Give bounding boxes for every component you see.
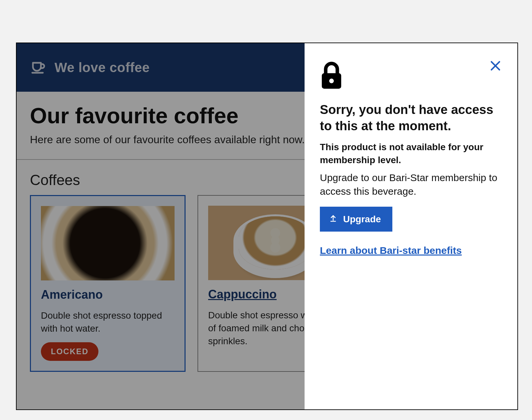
drawer-body: Upgrade to our Bari-Star membership to a… (320, 171, 502, 198)
app-window: We love coffee Our favourite coffee Here… (16, 43, 518, 410)
close-button[interactable] (489, 60, 501, 72)
access-denied-drawer: Sorry, you don't have access to this at … (305, 43, 517, 409)
drawer-subheading: This product is not available for your m… (320, 141, 502, 166)
upload-icon (329, 213, 337, 225)
close-icon (489, 67, 501, 73)
svg-point-4 (329, 79, 334, 83)
upgrade-button[interactable]: Upgrade (320, 207, 392, 232)
upgrade-button-label: Upgrade (343, 214, 381, 225)
drawer-heading: Sorry, you don't have access to this at … (320, 102, 502, 135)
learn-benefits-link[interactable]: Learn about Bari-star benefits (320, 245, 462, 256)
lock-icon (320, 61, 502, 92)
